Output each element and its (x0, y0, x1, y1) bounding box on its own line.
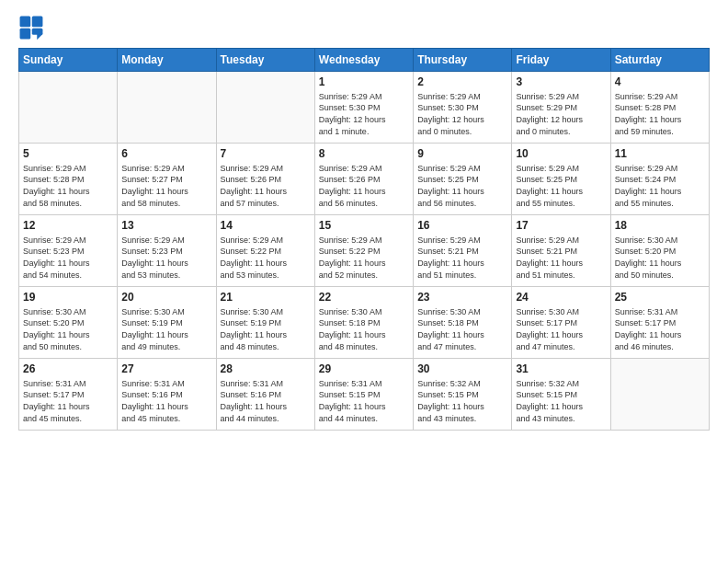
day-info: Sunrise: 5:30 AM Sunset: 5:19 PM Dayligh… (121, 306, 211, 352)
day-number: 8 (319, 146, 409, 162)
day-cell: 13Sunrise: 5:29 AM Sunset: 5:23 PM Dayli… (118, 215, 216, 287)
day-cell: 30Sunrise: 5:32 AM Sunset: 5:15 PM Dayli… (414, 359, 512, 431)
day-cell: 10Sunrise: 5:29 AM Sunset: 5:25 PM Dayli… (512, 144, 610, 215)
svg-rect-4 (32, 29, 43, 35)
day-info: Sunrise: 5:32 AM Sunset: 5:15 PM Dayligh… (516, 378, 606, 424)
day-cell (118, 72, 216, 144)
day-cell: 29Sunrise: 5:31 AM Sunset: 5:15 PM Dayli… (314, 359, 413, 431)
day-cell: 17Sunrise: 5:29 AM Sunset: 5:21 PM Dayli… (512, 215, 610, 287)
day-cell: 5Sunrise: 5:29 AM Sunset: 5:28 PM Daylig… (19, 144, 118, 215)
week-row-3: 19Sunrise: 5:30 AM Sunset: 5:20 PM Dayli… (19, 287, 710, 359)
day-cell: 25Sunrise: 5:31 AM Sunset: 5:17 PM Dayli… (610, 287, 709, 359)
day-number: 2 (417, 75, 507, 90)
calendar-table: SundayMondayTuesdayWednesdayThursdayFrid… (18, 48, 710, 431)
day-info: Sunrise: 5:29 AM Sunset: 5:25 PM Dayligh… (417, 163, 507, 209)
week-row-0: 1Sunrise: 5:29 AM Sunset: 5:30 PM Daylig… (19, 72, 710, 144)
day-cell: 11Sunrise: 5:29 AM Sunset: 5:24 PM Dayli… (610, 144, 709, 215)
day-number: 10 (516, 146, 606, 162)
header-cell-saturday: Saturday (610, 49, 709, 72)
day-number: 26 (23, 362, 113, 377)
day-number: 23 (417, 290, 507, 305)
day-number: 17 (516, 218, 606, 234)
svg-rect-1 (32, 17, 43, 28)
day-number: 28 (221, 362, 311, 377)
day-info: Sunrise: 5:29 AM Sunset: 5:29 PM Dayligh… (516, 91, 606, 137)
day-info: Sunrise: 5:29 AM Sunset: 5:30 PM Dayligh… (417, 91, 507, 137)
day-cell: 14Sunrise: 5:29 AM Sunset: 5:22 PM Dayli… (216, 215, 314, 287)
day-number: 13 (121, 218, 211, 234)
day-info: Sunrise: 5:30 AM Sunset: 5:18 PM Dayligh… (417, 306, 507, 352)
day-number: 18 (615, 218, 705, 234)
day-number: 11 (615, 146, 705, 162)
day-number: 5 (23, 146, 113, 162)
header-row: SundayMondayTuesdayWednesdayThursdayFrid… (19, 49, 710, 72)
day-info: Sunrise: 5:30 AM Sunset: 5:19 PM Dayligh… (221, 306, 311, 352)
week-row-4: 26Sunrise: 5:31 AM Sunset: 5:17 PM Dayli… (19, 359, 710, 431)
logo-icon (18, 15, 44, 40)
day-cell: 19Sunrise: 5:30 AM Sunset: 5:20 PM Dayli… (19, 287, 118, 359)
day-number: 9 (417, 146, 507, 162)
day-cell: 24Sunrise: 5:30 AM Sunset: 5:17 PM Dayli… (512, 287, 610, 359)
day-info: Sunrise: 5:29 AM Sunset: 5:21 PM Dayligh… (516, 235, 606, 281)
day-info: Sunrise: 5:32 AM Sunset: 5:15 PM Dayligh… (417, 378, 507, 424)
day-number: 4 (615, 75, 705, 90)
day-cell: 6Sunrise: 5:29 AM Sunset: 5:27 PM Daylig… (118, 144, 216, 215)
header (18, 15, 710, 40)
day-info: Sunrise: 5:30 AM Sunset: 5:20 PM Dayligh… (615, 235, 705, 281)
header-cell-friday: Friday (512, 49, 610, 72)
day-info: Sunrise: 5:31 AM Sunset: 5:17 PM Dayligh… (23, 378, 113, 424)
day-info: Sunrise: 5:29 AM Sunset: 5:25 PM Dayligh… (516, 163, 606, 209)
svg-rect-0 (20, 17, 31, 28)
day-number: 12 (23, 218, 113, 234)
day-cell: 4Sunrise: 5:29 AM Sunset: 5:28 PM Daylig… (610, 72, 709, 144)
day-info: Sunrise: 5:29 AM Sunset: 5:22 PM Dayligh… (221, 235, 311, 281)
day-cell: 8Sunrise: 5:29 AM Sunset: 5:26 PM Daylig… (314, 144, 413, 215)
day-info: Sunrise: 5:31 AM Sunset: 5:16 PM Dayligh… (221, 378, 311, 424)
day-cell: 27Sunrise: 5:31 AM Sunset: 5:16 PM Dayli… (118, 359, 216, 431)
day-number: 21 (221, 290, 311, 305)
day-info: Sunrise: 5:30 AM Sunset: 5:17 PM Dayligh… (516, 306, 606, 352)
day-cell: 26Sunrise: 5:31 AM Sunset: 5:17 PM Dayli… (19, 359, 118, 431)
day-cell (610, 359, 709, 431)
day-number: 30 (417, 362, 507, 377)
header-cell-monday: Monday (118, 49, 216, 72)
day-info: Sunrise: 5:29 AM Sunset: 5:28 PM Dayligh… (23, 163, 113, 209)
day-number: 20 (121, 290, 211, 305)
day-info: Sunrise: 5:31 AM Sunset: 5:16 PM Dayligh… (121, 378, 211, 424)
day-cell: 28Sunrise: 5:31 AM Sunset: 5:16 PM Dayli… (216, 359, 314, 431)
day-cell: 18Sunrise: 5:30 AM Sunset: 5:20 PM Dayli… (610, 215, 709, 287)
day-number: 16 (417, 218, 507, 234)
day-number: 14 (221, 218, 311, 234)
day-info: Sunrise: 5:29 AM Sunset: 5:27 PM Dayligh… (121, 163, 211, 209)
day-info: Sunrise: 5:30 AM Sunset: 5:20 PM Dayligh… (23, 306, 113, 352)
day-info: Sunrise: 5:29 AM Sunset: 5:23 PM Dayligh… (121, 235, 211, 281)
day-info: Sunrise: 5:29 AM Sunset: 5:21 PM Dayligh… (417, 235, 507, 281)
day-number: 6 (121, 146, 211, 162)
day-cell: 21Sunrise: 5:30 AM Sunset: 5:19 PM Dayli… (216, 287, 314, 359)
day-cell: 9Sunrise: 5:29 AM Sunset: 5:25 PM Daylig… (414, 144, 512, 215)
day-number: 19 (23, 290, 113, 305)
day-info: Sunrise: 5:29 AM Sunset: 5:28 PM Dayligh… (615, 91, 705, 137)
day-cell (216, 72, 314, 144)
day-number: 25 (615, 290, 705, 305)
week-row-1: 5Sunrise: 5:29 AM Sunset: 5:28 PM Daylig… (19, 144, 710, 215)
calendar-header: SundayMondayTuesdayWednesdayThursdayFrid… (19, 49, 710, 72)
page: SundayMondayTuesdayWednesdayThursdayFrid… (0, 0, 728, 563)
day-cell: 7Sunrise: 5:29 AM Sunset: 5:26 PM Daylig… (216, 144, 314, 215)
header-cell-sunday: Sunday (19, 49, 118, 72)
day-cell: 22Sunrise: 5:30 AM Sunset: 5:18 PM Dayli… (314, 287, 413, 359)
day-cell: 16Sunrise: 5:29 AM Sunset: 5:21 PM Dayli… (414, 215, 512, 287)
calendar-body: 1Sunrise: 5:29 AM Sunset: 5:30 PM Daylig… (19, 72, 710, 431)
header-cell-tuesday: Tuesday (216, 49, 314, 72)
logo (18, 15, 50, 40)
day-number: 7 (221, 146, 311, 162)
day-info: Sunrise: 5:29 AM Sunset: 5:30 PM Dayligh… (319, 91, 409, 137)
day-info: Sunrise: 5:29 AM Sunset: 5:22 PM Dayligh… (319, 235, 409, 281)
svg-rect-2 (20, 29, 31, 40)
day-info: Sunrise: 5:31 AM Sunset: 5:17 PM Dayligh… (615, 306, 705, 352)
day-cell: 20Sunrise: 5:30 AM Sunset: 5:19 PM Dayli… (118, 287, 216, 359)
day-cell: 1Sunrise: 5:29 AM Sunset: 5:30 PM Daylig… (314, 72, 413, 144)
day-number: 27 (121, 362, 211, 377)
day-cell: 23Sunrise: 5:30 AM Sunset: 5:18 PM Dayli… (414, 287, 512, 359)
day-info: Sunrise: 5:31 AM Sunset: 5:15 PM Dayligh… (319, 378, 409, 424)
